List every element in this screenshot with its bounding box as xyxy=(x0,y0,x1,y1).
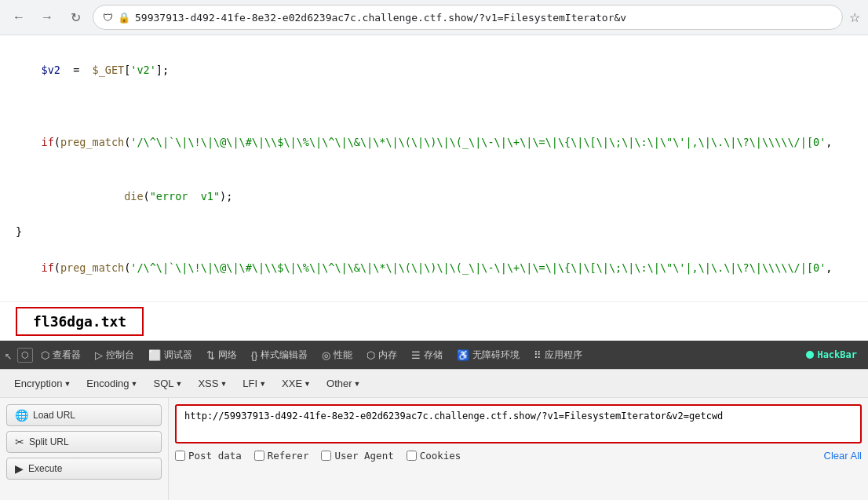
xss-label: XSS xyxy=(198,378,218,389)
code-line-3: if(preg_match('/\^\|`\|\!\|\@\|\#\|\\$\|… xyxy=(16,115,852,170)
menu-encryption[interactable]: Encryption ▼ xyxy=(8,374,77,392)
file-result: fl36dga.txt xyxy=(16,307,144,336)
inspector-icon: ⬡ xyxy=(17,348,33,363)
forward-button[interactable]: → xyxy=(36,6,58,28)
xxe-chevron: ▼ xyxy=(304,380,311,388)
user-agent-checkbox[interactable] xyxy=(321,451,331,461)
execute-button[interactable]: ▶ Execute xyxy=(6,458,162,480)
hackbar-left: 🌐 Load URL ✂ Split URL ▶ Execute xyxy=(0,398,169,500)
menu-xxe[interactable]: XXE ▼ xyxy=(275,374,317,392)
hackbar-panel: Encryption ▼ Encoding ▼ SQL ▼ XSS ▼ LFI … xyxy=(0,369,868,500)
lock-icon: 🔒 xyxy=(118,12,130,24)
lfi-chevron: ▼ xyxy=(259,380,266,388)
debugger-label: 调试器 xyxy=(164,349,192,362)
hackbar-menu: Encryption ▼ Encoding ▼ SQL ▼ XSS ▼ LFI … xyxy=(0,370,868,398)
hackbar-post-row: Post data Referer User Agent Cookies Cle… xyxy=(175,450,862,462)
security-icon: 🛡 xyxy=(103,12,113,24)
a11y-icon: ♿ xyxy=(457,349,469,361)
a11y-label: 无障碍环境 xyxy=(472,349,520,362)
execute-label: Execute xyxy=(28,463,62,474)
console-icon: ▷ xyxy=(95,349,103,361)
code-area: $v2 = $_GET['v2']; if(preg_match('/\^\|`… xyxy=(0,35,868,302)
devtools-memory-btn[interactable]: ⬡ 内存 xyxy=(360,345,403,365)
menu-lfi[interactable]: LFI ▼ xyxy=(236,374,272,392)
address-text: 59937913-d492-41fe-8e32-e02d6239ac7c.cha… xyxy=(135,12,833,24)
clear-all-button[interactable]: Clear All xyxy=(824,450,862,462)
inspector-tool-icon: ⬡ xyxy=(41,349,49,361)
load-url-button[interactable]: 🌐 Load URL xyxy=(6,404,162,426)
back-button[interactable]: ← xyxy=(8,6,30,28)
referer-checkbox[interactable] xyxy=(254,451,264,461)
code-line-6: if(preg_match('/\^\|`\|\!\|\@\|\#\|\\$\|… xyxy=(16,241,852,295)
file-result-area: fl36dga.txt xyxy=(0,302,868,341)
perf-icon: ◎ xyxy=(322,349,330,361)
hackbar-label: HackBar xyxy=(817,349,857,360)
devtools-style-btn[interactable]: {} 样式编辑器 xyxy=(245,345,315,365)
cookies-checkbox[interactable] xyxy=(407,451,417,461)
code-line-4: die("error v1"); xyxy=(16,170,852,224)
address-bar: 🛡 🔒 59937913-d492-41fe-8e32-e02d6239ac7c… xyxy=(93,5,843,30)
hackbar-dot xyxy=(806,351,814,359)
sql-chevron: ▼ xyxy=(176,380,183,388)
execute-icon: ▶ xyxy=(15,462,24,475)
user-agent-label: User Agent xyxy=(334,450,393,462)
sql-label: SQL xyxy=(153,378,173,389)
style-label: 样式编辑器 xyxy=(261,349,308,362)
memory-label: 内存 xyxy=(378,349,397,362)
split-url-button[interactable]: ✂ Split URL xyxy=(6,431,162,453)
console-label: 控制台 xyxy=(106,349,134,362)
devtools-bar: ↖ ⬡ ⬡ 查看器 ▷ 控制台 ⬜ 调试器 ⇅ 网络 {} 样式编辑器 ◎ 性能… xyxy=(0,341,868,369)
hackbar-indicator: HackBar xyxy=(800,346,863,363)
lfi-label: LFI xyxy=(243,378,257,389)
hackbar-main: 🌐 Load URL ✂ Split URL ▶ Execute Post da… xyxy=(0,398,868,500)
encryption-chevron: ▼ xyxy=(64,380,71,388)
code-line-7: die("error v2"); xyxy=(16,295,852,302)
apps-icon: ⠿ xyxy=(534,349,542,361)
post-data-checkbox-label[interactable]: Post data xyxy=(175,450,242,462)
encoding-chevron: ▼ xyxy=(131,380,138,388)
storage-label: 存储 xyxy=(424,349,443,362)
debugger-icon: ⬜ xyxy=(148,349,161,361)
post-data-checkbox[interactable] xyxy=(175,451,185,461)
devtools-debugger-btn[interactable]: ⬜ 调试器 xyxy=(142,345,199,365)
referer-label: Referer xyxy=(268,450,309,462)
devtools-inspector-btn[interactable]: ⬡ 查看器 xyxy=(35,345,87,365)
hackbar-right: Post data Referer User Agent Cookies Cle… xyxy=(169,398,868,500)
url-input[interactable] xyxy=(175,404,862,443)
post-data-label: Post data xyxy=(188,450,242,462)
split-url-icon: ✂ xyxy=(15,436,24,448)
devtools-perf-btn[interactable]: ◎ 性能 xyxy=(315,345,359,365)
xss-chevron: ▼ xyxy=(220,380,227,388)
devtools-a11y-btn[interactable]: ♿ 无障碍环境 xyxy=(450,345,526,365)
encoding-label: Encoding xyxy=(86,378,129,389)
devtools-network-btn[interactable]: ⇅ 网络 xyxy=(200,345,243,365)
cookies-checkbox-label[interactable]: Cookies xyxy=(407,450,461,462)
xxe-label: XXE xyxy=(282,378,302,389)
referer-checkbox-label[interactable]: Referer xyxy=(254,450,309,462)
devtools-storage-btn[interactable]: ☰ 存储 xyxy=(405,345,449,365)
load-url-icon: 🌐 xyxy=(15,409,28,422)
menu-encoding[interactable]: Encoding ▼ xyxy=(80,374,144,392)
bookmark-button[interactable]: ☆ xyxy=(849,10,860,25)
devtools-console-btn[interactable]: ▷ 控制台 xyxy=(89,345,140,365)
devtools-apps-btn[interactable]: ⠿ 应用程序 xyxy=(527,345,589,365)
other-label: Other xyxy=(326,378,352,389)
code-line-2 xyxy=(16,97,852,115)
other-chevron: ▼ xyxy=(354,380,361,388)
user-agent-checkbox-label[interactable]: User Agent xyxy=(321,450,393,462)
menu-sql[interactable]: SQL ▼ xyxy=(147,374,188,392)
refresh-button[interactable]: ↻ xyxy=(64,6,86,28)
inspector-label: 查看器 xyxy=(53,349,81,362)
split-url-label: Split URL xyxy=(29,436,69,447)
network-label: 网络 xyxy=(218,349,237,362)
load-url-label: Load URL xyxy=(33,410,75,421)
browser-bar: ← → ↻ 🛡 🔒 59937913-d492-41fe-8e32-e02d62… xyxy=(0,0,868,35)
cookies-label: Cookies xyxy=(420,450,461,462)
apps-label: 应用程序 xyxy=(545,349,582,362)
menu-other[interactable]: Other ▼ xyxy=(320,374,367,392)
storage-icon: ☰ xyxy=(411,349,421,361)
perf-label: 性能 xyxy=(334,349,352,362)
cursor-icon: ↖ xyxy=(5,348,13,363)
network-icon: ⇅ xyxy=(206,349,215,361)
menu-xss[interactable]: XSS ▼ xyxy=(191,374,233,392)
